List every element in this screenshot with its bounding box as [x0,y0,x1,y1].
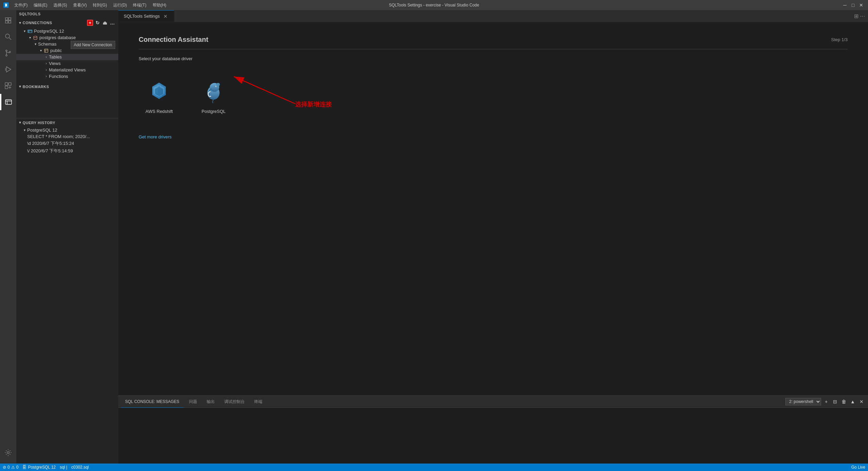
source-control-icon[interactable] [0,45,16,61]
history-query-2[interactable]: \d 2020/6/7 下午5:15:24 [16,140,118,147]
panel-tab-problems[interactable]: 问题 [185,396,201,408]
more-tabs-icon[interactable]: ⋯ [860,13,865,19]
svg-line-5 [9,38,11,40]
more-actions-button[interactable]: … [109,20,116,26]
maximize-panel-button[interactable]: ▲ [849,398,856,405]
warning-count: 0 [16,465,19,470]
close-panel-button[interactable]: ✕ [858,398,865,405]
svg-point-21 [34,36,37,37]
svg-point-17 [7,452,9,454]
panel-tab-debug[interactable]: 调试控制台 [220,396,249,408]
go-live-button[interactable]: Go Live [851,465,865,470]
postgres-db-label: postgres database [39,35,76,40]
sqltools-header: SQLTOOLS [16,10,118,18]
functions-label: Functions [49,74,68,79]
menu-view[interactable]: 查看(V) [70,2,89,8]
query-history-section: ▾ QUERY HISTORY ▾ PostgreSQL 12 SELECT *… [16,118,118,464]
filename-label: c0302.sql [71,465,89,470]
query-history-chevron-icon: ▾ [19,120,21,125]
minimize-button[interactable]: ─ [841,2,848,9]
views-label: Views [49,61,60,66]
svg-marker-9 [6,67,11,72]
pg12-expand-icon: ▾ [22,29,27,33]
title-bar-menu[interactable]: 文件(F) 编辑(E) 选择(S) 查看(V) 转到(G) 运行(D) 终端(T… [12,2,169,8]
step-indicator: Step 1/3 [831,37,848,42]
sqltools-activity-icon[interactable] [0,94,16,110]
bottom-panel: SQL CONSOLE: MESSAGES 问题 输出 调试控制台 终端 2: … [118,396,868,464]
go-live-label: Go Live [851,465,865,470]
menu-terminal[interactable]: 终端(T) [130,2,149,8]
panel-tab-sql-console[interactable]: SQL CONSOLE: MESSAGES [121,396,184,408]
materialized-views-folder[interactable]: › Materialized Views [16,67,118,73]
status-errors[interactable]: ⊘ 0 ⚠ 0 [3,465,18,470]
history-query-3-label: \/ 2020/6/7 下午5:14:59 [27,148,73,154]
connection-assistant-title: Connection Assistant [139,36,208,44]
tab-close-button[interactable]: ✕ [162,13,169,19]
functions-expand-icon: › [44,74,49,78]
panel-actions: 2: powershell + ⊟ 🗑 ▲ ✕ [785,398,865,405]
connection-postgresql12[interactable]: ▾ PostgreSQL 12 [16,28,118,34]
schemas-expand-icon: ▾ [33,42,38,46]
schemas-label: Schemas [38,41,56,47]
status-filename[interactable]: c0302.sql [71,465,89,470]
query-history-header[interactable]: ▾ QUERY HISTORY [16,118,118,127]
bookmarks-header-left: ▾ BOOKMARKS [19,84,49,89]
connection-icon [27,29,33,34]
bookmarks-section: ▾ BOOKMARKS [16,82,118,118]
views-folder[interactable]: › Views [16,60,118,67]
terminal-selector[interactable]: 2: powershell [785,398,821,405]
status-sql-indicator[interactable]: sql | [60,465,67,470]
panel-tab-terminal[interactable]: 终端 [250,396,266,408]
pg12-label: PostgreSQL 12 [34,29,64,34]
svg-rect-2 [5,21,8,23]
main-canvas: Connection Assistant Step 1/3 Select you… [118,22,868,464]
warning-icon: ⚠ [11,465,15,470]
bookmarks-empty-area [16,91,118,118]
menu-file[interactable]: 文件(F) [12,2,30,8]
menu-goto[interactable]: 转到(G) [90,2,109,8]
title-bar: 文件(F) 编辑(E) 选择(S) 查看(V) 转到(G) 运行(D) 终端(T… [0,0,868,10]
connections-actions[interactable]: + ↻ ⏏ … [87,20,116,26]
history-query-1[interactable]: SELECT * FROM room; 2020/... [16,133,118,140]
panel-tabs: SQL CONSOLE: MESSAGES 问题 输出 调试控制台 终端 2: … [118,396,868,408]
postgresql-card[interactable]: PostgreSQL [193,71,234,121]
history-pg12[interactable]: ▾ PostgreSQL 12 [16,127,118,133]
public-label: public [50,48,62,53]
add-terminal-button[interactable]: + [822,398,830,405]
split-terminal-button[interactable]: ⊟ [831,398,839,405]
search-icon[interactable] [0,29,16,45]
svg-point-7 [6,55,7,56]
connection-assistant-header: Connection Assistant Step 1/3 [139,36,848,49]
mat-views-label: Materialized Views [49,67,86,72]
status-db-connection[interactable]: 🗄 PostgreSQL 12 [22,465,56,470]
refresh-connections-button[interactable]: ↻ [94,20,101,26]
add-connection-button[interactable]: + [87,20,93,26]
menu-select[interactable]: 选择(S) [51,2,70,8]
delete-terminal-button[interactable]: 🗑 [840,398,848,405]
bookmarks-section-header[interactable]: ▾ BOOKMARKS [16,82,118,91]
postgresql-name: PostgreSQL [202,109,226,114]
menu-edit[interactable]: 编辑(E) [31,2,50,8]
connections-section-header[interactable]: ▾ CONNECTIONS + ↻ ⏏ … [16,18,118,28]
tables-folder[interactable]: › Tables [16,54,118,60]
panel-tab-output[interactable]: 输出 [203,396,219,408]
disconnect-button[interactable]: ⏏ [102,20,108,26]
menu-help[interactable]: 帮助(H) [150,2,169,8]
get-more-drivers-link[interactable]: Get more drivers [139,134,848,139]
explorer-icon[interactable] [0,12,16,29]
run-debug-icon[interactable] [0,61,16,78]
history-query-3[interactable]: \/ 2020/6/7 下午5:14:59 [16,147,118,155]
tab-sqltools-settings[interactable]: SQLTools Settings ✕ [118,10,174,22]
aws-redshift-card[interactable]: AWS Redshift [139,71,179,121]
extensions-icon[interactable] [0,78,16,94]
close-button[interactable]: ✕ [858,2,865,9]
status-bar: ⊘ 0 ⚠ 0 🗄 PostgreSQL 12 sql | c0302.sql … [0,464,868,471]
settings-icon[interactable] [0,444,16,461]
functions-folder[interactable]: › Functions [16,73,118,80]
postgres-database[interactable]: ▾ postgres database [16,34,118,41]
menu-run[interactable]: 运行(D) [110,2,130,8]
title-bar-controls[interactable]: ─ □ ✕ [841,2,865,9]
maximize-button[interactable]: □ [850,2,856,9]
query-history-header-left: ▾ QUERY HISTORY [19,120,55,125]
split-editor-icon[interactable]: ⊞ [854,13,858,19]
